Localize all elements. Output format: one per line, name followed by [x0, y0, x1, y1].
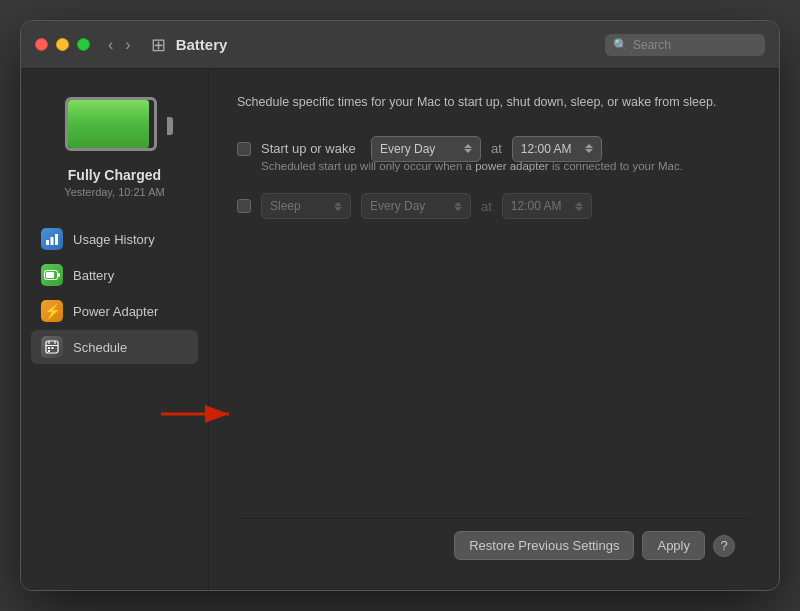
content-area: Schedule specific times for your Mac to … [209, 69, 779, 590]
maximize-button[interactable] [77, 38, 90, 51]
battery-status-label: Fully Charged [68, 167, 161, 183]
startup-checkbox[interactable] [237, 142, 251, 156]
search-box[interactable]: 🔍 [605, 34, 765, 56]
sidebar-item-label: Schedule [73, 340, 127, 355]
nav-arrows: ‹ › [104, 34, 135, 56]
svg-rect-5 [58, 273, 60, 277]
footer: Restore Previous Settings Apply ? [237, 518, 751, 574]
sidebar-item-power-adapter[interactable]: ⚡ Power Adapter [31, 294, 198, 328]
battery-nav-icon [41, 264, 63, 286]
sleep-day-select[interactable]: Every Day [361, 193, 471, 219]
startup-time-arrow [585, 144, 593, 153]
close-button[interactable] [35, 38, 48, 51]
startup-label: Start up or wake [261, 141, 361, 156]
sleep-action-value: Sleep [270, 199, 301, 213]
sidebar-item-schedule[interactable]: Schedule [31, 330, 198, 364]
svg-rect-11 [52, 347, 54, 349]
restore-button[interactable]: Restore Previous Settings [454, 531, 634, 560]
apply-button[interactable]: Apply [642, 531, 705, 560]
sleep-time-stepper[interactable]: 12:00 AM [502, 193, 592, 219]
help-button[interactable]: ? [713, 535, 735, 557]
schedule-row-startup: Start up or wake Every Day at 12:00 AM [237, 136, 751, 175]
power-adapter-icon: ⚡ [41, 300, 63, 322]
sleep-day-arrow [454, 202, 462, 211]
search-input[interactable] [633, 38, 753, 52]
startup-day-arrow [464, 144, 472, 153]
sleep-time-arrow [575, 202, 583, 211]
sidebar-item-label: Power Adapter [73, 304, 158, 319]
sleep-action-select[interactable]: Sleep [261, 193, 351, 219]
minimize-button[interactable] [56, 38, 69, 51]
svg-rect-2 [55, 234, 58, 245]
usage-history-icon [41, 228, 63, 250]
sleep-action-arrow [334, 202, 342, 211]
traffic-lights[interactable] [35, 38, 90, 51]
sidebar-item-label: Battery [73, 268, 114, 283]
sidebar-item-usage-history[interactable]: Usage History [31, 222, 198, 256]
startup-time-value: 12:00 AM [521, 142, 572, 156]
svg-rect-1 [51, 237, 54, 245]
sleep-day-value: Every Day [370, 199, 425, 213]
battery-icon [65, 97, 165, 155]
titlebar: ‹ › ⊞ Battery 🔍 [21, 21, 779, 69]
svg-rect-0 [46, 240, 49, 245]
sidebar-nav: Usage History Battery ⚡ [31, 222, 198, 364]
svg-rect-10 [48, 347, 50, 349]
battery-time-label: Yesterday, 10:21 AM [64, 186, 164, 198]
main-content: Fully Charged Yesterday, 10:21 AM Usage … [21, 69, 779, 590]
startup-day-value: Every Day [380, 142, 435, 156]
sleep-time-value: 12:00 AM [511, 199, 562, 213]
window-title: Battery [176, 36, 605, 53]
svg-rect-12 [48, 350, 50, 352]
svg-rect-4 [46, 272, 54, 278]
search-icon: 🔍 [613, 38, 628, 52]
forward-button[interactable]: › [121, 34, 134, 56]
startup-at-label: at [491, 141, 502, 156]
sidebar-item-battery[interactable]: Battery [31, 258, 198, 292]
back-button[interactable]: ‹ [104, 34, 117, 56]
sidebar-item-label: Usage History [73, 232, 155, 247]
schedule-section: Start up or wake Every Day at 12:00 AM [237, 136, 751, 518]
sidebar: Fully Charged Yesterday, 10:21 AM Usage … [21, 69, 209, 590]
sleep-row: Sleep Every Day at [237, 193, 751, 219]
schedule-icon [41, 336, 63, 358]
sleep-at-label: at [481, 199, 492, 214]
apps-grid-icon[interactable]: ⊞ [151, 34, 166, 56]
schedule-description: Schedule specific times for your Mac to … [237, 93, 751, 112]
sleep-checkbox[interactable] [237, 199, 251, 213]
startup-note: Scheduled start up will only occur when … [261, 158, 741, 175]
